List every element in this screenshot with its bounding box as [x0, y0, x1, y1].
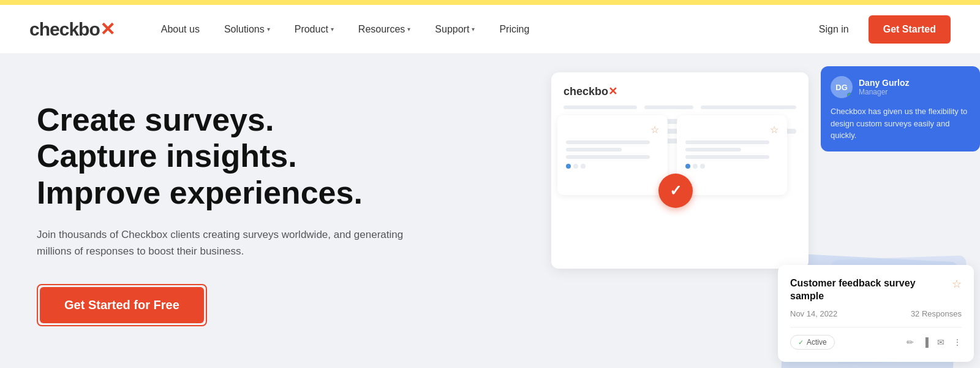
mini-card-1: ☆ — [557, 115, 668, 195]
resources-chevron-icon: ▾ — [407, 26, 410, 33]
hero-illustration: checkbo✕ ☆ ☆ — [539, 54, 980, 368]
nav-resources[interactable]: Resources ▾ — [349, 19, 420, 40]
feedback-meta: Nov 14, 2022 32 Responses — [790, 309, 962, 318]
feedback-star-icon: ☆ — [952, 277, 962, 291]
navigation: About us Solutions ▾ Product ▾ Resources… — [151, 19, 809, 40]
hero-left: Create surveys. Capture insights. Improv… — [0, 54, 539, 368]
avatar: DG — [831, 76, 853, 98]
logo[interactable]: checkbo✕ — [29, 18, 115, 40]
solutions-chevron-icon: ▾ — [267, 26, 270, 33]
chart-icon[interactable]: ▐ — [922, 337, 929, 347]
check-icon: ✓ — [798, 339, 804, 347]
product-chevron-icon: ▾ — [331, 26, 334, 33]
star-icon: ☆ — [566, 124, 659, 136]
feedback-responses: 32 Responses — [911, 309, 962, 318]
email-icon[interactable]: ✉ — [937, 337, 944, 347]
feedback-footer: ✓ Active ✏ ▐ ✉ ⋮ — [790, 335, 962, 350]
nav-product[interactable]: Product ▾ — [285, 19, 344, 40]
feedback-date: Nov 14, 2022 — [790, 309, 837, 318]
testimonial-name: Dany Gurloz — [859, 78, 909, 88]
star-icon: ☆ — [685, 124, 778, 136]
edit-icon[interactable]: ✏ — [907, 337, 914, 347]
cta-button-wrapper: Get Started for Free — [37, 284, 207, 326]
top-bar — [0, 0, 980, 5]
check-circle-icon: ✓ — [658, 174, 693, 208]
active-status-badge: ✓ Active — [790, 335, 835, 350]
feedback-divider — [790, 327, 962, 328]
hero-subtitle: Join thousands of Checkbox clients creat… — [37, 226, 404, 259]
testimonial-text: Checkbox has given us the flexibility to… — [831, 105, 970, 142]
sign-in-button[interactable]: Sign in — [809, 19, 859, 40]
support-chevron-icon: ▾ — [472, 26, 475, 33]
feedback-title: Customer feedback survey sample — [790, 277, 952, 303]
hero-section: Create surveys. Capture insights. Improv… — [0, 54, 980, 368]
feedback-card: Customer feedback survey sample ☆ Nov 14… — [778, 265, 974, 362]
cta-button[interactable]: Get Started for Free — [40, 287, 204, 323]
feedback-card-header: Customer feedback survey sample ☆ — [790, 277, 962, 303]
nav-about-us[interactable]: About us — [151, 19, 209, 40]
header-actions: Sign in Get Started — [809, 15, 951, 44]
card-logo: checkbo✕ — [564, 85, 796, 98]
status-label: Active — [807, 338, 827, 347]
more-options-icon[interactable]: ⋮ — [953, 337, 962, 347]
feedback-action-icons: ✏ ▐ ✉ ⋮ — [907, 337, 962, 347]
header-get-started-button[interactable]: Get Started — [869, 15, 951, 44]
online-indicator — [847, 93, 852, 98]
nav-solutions[interactable]: Solutions ▾ — [214, 19, 280, 40]
testimonial-role: Manager — [859, 88, 909, 96]
testimonial-header: DG Dany Gurloz Manager — [831, 76, 970, 98]
mini-card-2: ☆ — [677, 115, 787, 195]
testimonial-info: Dany Gurloz Manager — [859, 78, 909, 96]
hero-title: Create surveys. Capture insights. Improv… — [37, 102, 502, 212]
nav-pricing[interactable]: Pricing — [489, 19, 539, 40]
testimonial-card: DG Dany Gurloz Manager Checkbox has give… — [821, 66, 980, 151]
nav-support[interactable]: Support ▾ — [425, 19, 484, 40]
header: checkbo✕ About us Solutions ▾ Product ▾ … — [0, 5, 980, 54]
